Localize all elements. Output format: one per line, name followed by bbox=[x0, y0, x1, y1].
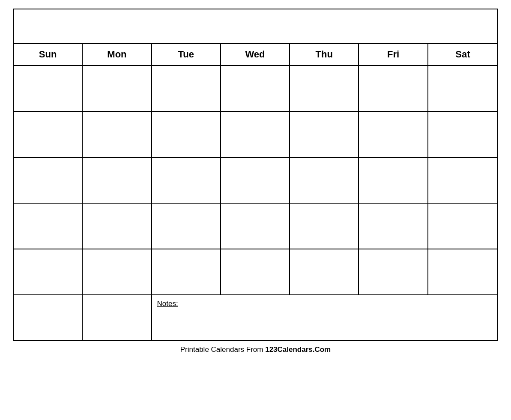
header-tue: Tue bbox=[152, 44, 221, 65]
header-fri: Fri bbox=[359, 44, 428, 65]
cell-4-tue bbox=[152, 204, 221, 249]
cell-3-sat bbox=[428, 158, 497, 203]
cell-2-sat bbox=[428, 112, 497, 157]
cell-2-fri bbox=[359, 112, 428, 157]
cell-3-wed bbox=[221, 158, 290, 203]
cell-5-mon bbox=[83, 249, 152, 294]
calendar-header-row: Sun Mon Tue Wed Thu Fri Sat bbox=[14, 44, 497, 66]
header-thu: Thu bbox=[290, 44, 359, 65]
calendar-row-4 bbox=[14, 204, 497, 249]
cell-3-sun bbox=[14, 158, 83, 203]
cell-2-tue bbox=[152, 112, 221, 157]
cell-2-sun bbox=[14, 112, 83, 157]
cell-4-sat bbox=[428, 204, 497, 249]
cell-3-thu bbox=[290, 158, 359, 203]
calendar-row-5 bbox=[14, 249, 497, 295]
cell-2-thu bbox=[290, 112, 359, 157]
notes-empty-mon bbox=[83, 295, 152, 340]
calendar-container: Sun Mon Tue Wed Thu Fri Sat bbox=[13, 9, 498, 341]
cell-4-wed bbox=[221, 204, 290, 249]
cell-3-tue bbox=[152, 158, 221, 203]
cell-3-fri bbox=[359, 158, 428, 203]
cell-4-mon bbox=[83, 204, 152, 249]
cell-5-sat bbox=[428, 249, 497, 294]
header-sun: Sun bbox=[14, 44, 83, 65]
cell-3-mon bbox=[83, 158, 152, 203]
cell-2-mon bbox=[83, 112, 152, 157]
footer-text-bold: 123Calendars.Com bbox=[265, 345, 331, 354]
header-mon: Mon bbox=[83, 44, 152, 65]
cell-5-fri bbox=[359, 249, 428, 294]
calendar-row-3 bbox=[14, 158, 497, 204]
cell-1-sun bbox=[14, 66, 83, 111]
cell-5-thu bbox=[290, 249, 359, 294]
notes-label: Notes: bbox=[157, 300, 178, 308]
cell-1-thu bbox=[290, 66, 359, 111]
notes-content: Notes: bbox=[152, 295, 497, 340]
cell-1-sat bbox=[428, 66, 497, 111]
cell-5-wed bbox=[221, 249, 290, 294]
calendar-row-1 bbox=[14, 66, 497, 112]
cell-4-sun bbox=[14, 204, 83, 249]
footer: Printable Calendars From 123Calendars.Co… bbox=[180, 345, 331, 354]
cell-1-mon bbox=[83, 66, 152, 111]
cell-5-tue bbox=[152, 249, 221, 294]
cell-2-wed bbox=[221, 112, 290, 157]
footer-text-normal: Printable Calendars From bbox=[180, 345, 265, 354]
cell-5-sun bbox=[14, 249, 83, 294]
header-wed: Wed bbox=[221, 44, 290, 65]
calendar-title-row bbox=[14, 9, 497, 44]
header-sat: Sat bbox=[428, 44, 497, 65]
cell-4-fri bbox=[359, 204, 428, 249]
calendar-row-2 bbox=[14, 112, 497, 158]
notes-row: Notes: bbox=[14, 295, 497, 340]
cell-1-tue bbox=[152, 66, 221, 111]
calendar-grid: Notes: bbox=[14, 66, 497, 340]
cell-1-wed bbox=[221, 66, 290, 111]
cell-4-thu bbox=[290, 204, 359, 249]
notes-empty-sun bbox=[14, 295, 83, 340]
cell-1-fri bbox=[359, 66, 428, 111]
